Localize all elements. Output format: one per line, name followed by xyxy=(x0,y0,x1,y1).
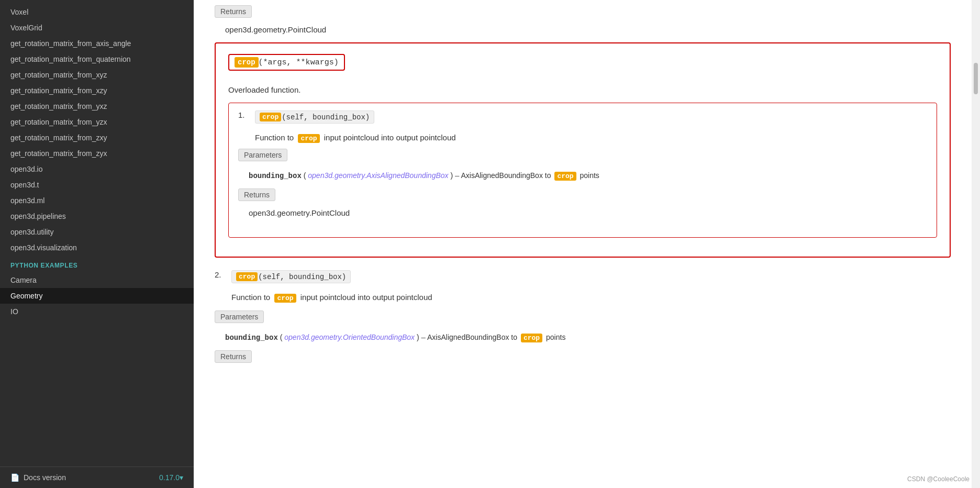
sidebar-footer: 📄 Docs version 0.17.0▾ xyxy=(0,467,194,488)
python-examples-section-label: Python Examples xyxy=(0,256,194,272)
crop-function-signature: crop (*args, **kwargs) xyxy=(228,54,345,71)
item2-signature-rest: (self, bounding_box) xyxy=(258,273,346,281)
sidebar-item-open3d-visualization[interactable]: open3d.visualization xyxy=(0,240,194,256)
item2-param-crop-badge: crop xyxy=(521,334,542,342)
sidebar-item-get-rotation-yzx[interactable]: get_rotation_matrix_from_yzx xyxy=(0,114,194,130)
item1-signature-rest: (self, bounding_box) xyxy=(281,113,370,121)
item1-returns-label: Returns xyxy=(238,188,275,201)
sidebar-item-get-rotation-axis[interactable]: get_rotation_matrix_from_axis_angle xyxy=(0,36,194,51)
item2-returns-section: Returns xyxy=(215,350,951,368)
item1-returns-section: Returns open3d.geometry.PointCloud xyxy=(238,188,927,226)
item1-param-crop-badge: crop xyxy=(554,172,576,181)
item1-signature: crop(self, bounding_box) xyxy=(255,110,374,124)
item2-function-text: Function to crop input pointcloud into o… xyxy=(215,289,951,302)
sidebar-item-open3d-io[interactable]: open3d.io xyxy=(0,161,194,177)
sidebar-item-get-rotation-zyx[interactable]: get_rotation_matrix_from_zyx xyxy=(0,146,194,161)
item1-crop-badge: crop xyxy=(260,113,281,121)
crop-badge-main: crop xyxy=(235,57,259,68)
docs-version-label-group: 📄 Docs version xyxy=(10,473,66,482)
sidebar-item-camera[interactable]: Camera xyxy=(0,272,194,288)
crop-item1-header: 1. crop(self, bounding_box) xyxy=(238,110,927,124)
top-returns-label: Returns xyxy=(215,5,252,18)
chevron-down-icon: ▾ xyxy=(180,473,183,482)
docs-icon: 📄 xyxy=(10,473,19,482)
item1-function-crop-badge: crop xyxy=(298,134,319,143)
sidebar-item-open3d-ml[interactable]: open3d.ml xyxy=(0,193,194,208)
item1-parameters-label: Parameters xyxy=(238,149,287,161)
sidebar-item-open3d-pipelines[interactable]: open3d.pipelines xyxy=(0,208,194,224)
watermark: CSDN @CooleeCoole xyxy=(907,475,970,483)
scrollbar-thumb[interactable] xyxy=(974,63,978,94)
item2-param-desc-suffix: points xyxy=(546,333,565,341)
item2-function-crop-badge: crop xyxy=(274,294,296,303)
item1-param-name: bounding_box xyxy=(249,172,302,180)
right-scrollbar[interactable] xyxy=(972,0,980,488)
item1-param-row: bounding_box ( open3d.geometry.AxisAlign… xyxy=(238,167,927,182)
sidebar-nav[interactable]: Voxel VoxelGrid get_rotation_matrix_from… xyxy=(0,0,194,467)
item2-param-type-link[interactable]: open3d.geometry.OrientedBoundingBox xyxy=(284,333,415,341)
top-return-value: open3d.geometry.PointCloud xyxy=(215,23,951,42)
item2-param-name: bounding_box xyxy=(225,334,278,342)
item1-param-desc-prefix: AxisAlignedBoundingBox to xyxy=(461,171,551,180)
main-content: Returns open3d.geometry.PointCloud crop … xyxy=(194,0,972,488)
sidebar: Voxel VoxelGrid get_rotation_matrix_from… xyxy=(0,0,194,488)
item1-param-desc-suffix: points xyxy=(580,171,599,180)
item2-parameters-label: Parameters xyxy=(215,310,264,323)
crop-item2-section: 2. crop(self, bounding_box) Function to … xyxy=(215,270,951,368)
sidebar-item-io[interactable]: IO xyxy=(0,304,194,319)
item2-parameters-section: Parameters bounding_box ( open3d.geometr… xyxy=(215,310,951,344)
item2-param-desc-prefix: AxisAlignedBoundingBox to xyxy=(427,333,519,341)
item2-returns-label: Returns xyxy=(215,350,252,363)
sidebar-item-geometry[interactable]: Geometry xyxy=(0,288,194,304)
sidebar-item-get-rotation-yxz[interactable]: get_rotation_matrix_from_yxz xyxy=(0,98,194,114)
sidebar-item-get-rotation-zxy[interactable]: get_rotation_matrix_from_zxy xyxy=(0,130,194,146)
sidebar-item-open3d-utility[interactable]: open3d.utility xyxy=(0,224,194,240)
item1-number: 1. xyxy=(238,110,249,119)
sidebar-item-voxelgrid[interactable]: VoxelGrid xyxy=(0,20,194,36)
sidebar-item-open3d-t[interactable]: open3d.t xyxy=(0,177,194,193)
sidebar-item-voxel[interactable]: Voxel xyxy=(0,4,194,20)
docs-version-value[interactable]: 0.17.0▾ xyxy=(159,473,183,482)
item1-return-value: open3d.geometry.PointCloud xyxy=(238,206,927,226)
docs-version-label: Docs version xyxy=(24,473,66,482)
item1-function-text: Function to crop input pointcloud into o… xyxy=(238,129,927,142)
item1-param-type-link[interactable]: open3d.geometry.AxisAlignedBoundingBox xyxy=(308,171,448,180)
sidebar-item-get-rotation-xyz[interactable]: get_rotation_matrix_from_xyz xyxy=(0,67,194,83)
item1-param-separator: – xyxy=(455,171,459,180)
item2-param-separator: – xyxy=(421,332,426,341)
item1-parameters-section: Parameters bounding_box ( open3d.geometr… xyxy=(238,149,927,182)
top-returns-section: Returns open3d.geometry.PointCloud xyxy=(215,0,951,42)
overloaded-text: Overloaded function. xyxy=(228,85,937,94)
item2-number: 2. xyxy=(215,270,225,279)
item2-param-row: bounding_box ( open3d.geometry.OrientedB… xyxy=(215,328,951,344)
crop-item2-header: 2. crop(self, bounding_box) xyxy=(215,270,951,283)
crop-args-text: (*args, **kwargs) xyxy=(259,58,339,67)
crop-outer-box: crop (*args, **kwargs) Overloaded functi… xyxy=(215,42,951,258)
item2-crop-badge: crop xyxy=(236,272,258,281)
crop-item1-box: 1. crop(self, bounding_box) Function to … xyxy=(228,103,937,238)
sidebar-item-get-rotation-quat[interactable]: get_rotation_matrix_from_quaternion xyxy=(0,51,194,67)
sidebar-item-get-rotation-xzy[interactable]: get_rotation_matrix_from_xzy xyxy=(0,83,194,98)
item2-signature: crop(self, bounding_box) xyxy=(231,270,351,283)
crop-signature-header: crop (*args, **kwargs) xyxy=(228,54,937,78)
